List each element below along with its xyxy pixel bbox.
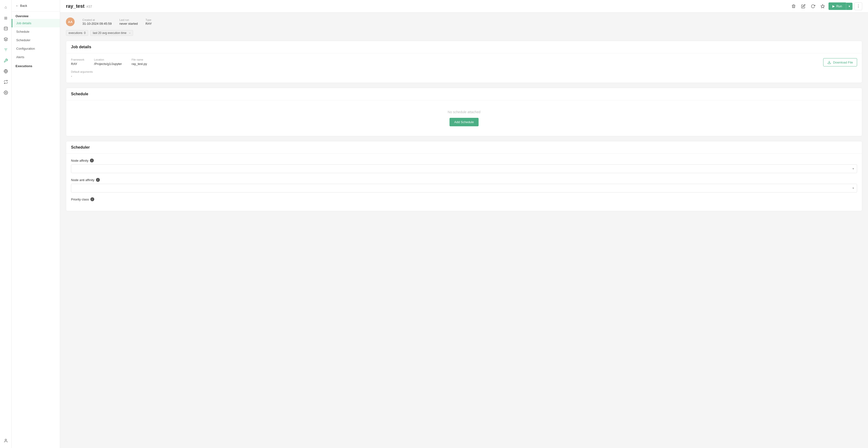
schedule-card: Schedule No schedule attached Add Schedu… [66, 88, 862, 136]
run-dropdown-button[interactable]: ▾ [846, 3, 852, 10]
framework-label: Framework [71, 58, 84, 61]
back-label: Back [20, 4, 27, 7]
file-name-label: File name [131, 58, 147, 61]
executions-filter-count: 0 [84, 31, 86, 35]
filter-icon[interactable] [1, 46, 10, 54]
more-options-button[interactable]: ⋮ [855, 2, 862, 10]
pin-button[interactable] [819, 2, 827, 10]
executions-filter[interactable]: executions 0 [66, 30, 88, 36]
sidebar-item-schedule[interactable]: Schedule [12, 27, 60, 36]
framework-field: Framework RAY [71, 58, 84, 66]
grid-icon[interactable]: ⊞ [1, 13, 10, 22]
svg-point-7 [5, 92, 6, 93]
node-anti-affinity-chevron-icon: ▾ [852, 186, 854, 190]
sidebar-item-job-details[interactable]: Job details [12, 19, 60, 27]
meta-row: AA Created at 31-10-2024 09:45:59 Last r… [66, 18, 862, 26]
flow-icon[interactable] [1, 78, 10, 86]
network-icon[interactable] [1, 67, 10, 76]
scheduler-body: Node affinity i ▾ Node anti affinity i [66, 154, 862, 211]
run-button[interactable]: ▶ Run [829, 2, 846, 10]
icon-sidebar: ⌂ ⊞ [0, 0, 12, 448]
node-affinity-dropdown[interactable]: ▾ [71, 165, 857, 173]
node-affinity-chevron-icon: ▾ [852, 167, 854, 171]
schedule-empty-state: No schedule attached Add Schedule [66, 100, 862, 136]
filter-row: executions 0 last 20 avg execution time … [66, 30, 862, 36]
location-value: /Projects/g1/Jupyter [94, 62, 122, 66]
refresh-button[interactable] [809, 2, 817, 10]
back-arrow-icon: ← [16, 4, 19, 7]
location-label: Location [94, 58, 122, 61]
node-affinity-info-icon[interactable]: i [90, 158, 94, 162]
node-anti-affinity-info-icon[interactable]: i [96, 178, 100, 182]
svg-point-8 [5, 439, 6, 441]
tool-icon[interactable] [1, 56, 10, 65]
location-field: Location /Projects/g1/Jupyter [94, 58, 122, 66]
sidebar-item-configuration[interactable]: Configuration [12, 44, 60, 53]
schedule-title: Schedule [66, 88, 862, 100]
sidebar: ← Back Overview Job details Schedule Sch… [12, 0, 60, 448]
back-button[interactable]: ← Back [12, 0, 60, 12]
settings-icon[interactable] [1, 88, 10, 97]
run-label: Run [836, 4, 842, 8]
main-content: ray_test #37 ▶ Run ▾ [60, 0, 868, 448]
last-run-value: never started [120, 22, 138, 26]
node-anti-affinity-label: Node anti affinity i [71, 178, 857, 182]
scheduler-card: Scheduler Node affinity i ▾ Node anti af… [66, 141, 862, 211]
default-args-label: Default arguments [71, 70, 857, 73]
overview-section-title: Overview [12, 12, 60, 19]
default-args-value: - [71, 74, 857, 78]
run-icon: ▶ [832, 4, 835, 8]
framework-value: RAY [71, 62, 84, 66]
delete-button[interactable] [790, 2, 798, 10]
type-field: Type RAY [146, 19, 152, 26]
job-details-fields: Framework RAY Location /Projects/g1/Jupy… [71, 58, 147, 66]
svg-point-0 [4, 27, 7, 28]
content-area: AA Created at 31-10-2024 09:45:59 Last r… [60, 12, 868, 448]
topbar-actions: ▶ Run ▾ ⋮ [790, 2, 862, 10]
topbar: ray_test #37 ▶ Run ▾ [60, 0, 868, 12]
last-run-label: Last run [120, 19, 138, 21]
sidebar-item-alerts[interactable]: Alerts [12, 53, 60, 61]
priority-class-field: Priority class i [71, 197, 857, 201]
edit-button[interactable] [799, 2, 807, 10]
run-button-group: ▶ Run ▾ [829, 2, 852, 10]
file-name-value: ray_test.py [131, 62, 147, 66]
node-anti-affinity-field: Node anti affinity i ▾ [71, 178, 857, 192]
job-details-card: Job details Framework RAY Location /Proj… [66, 41, 862, 83]
topbar-title: ray_test #37 [66, 3, 92, 9]
created-at-field: Created at 31-10-2024 09:45:59 [83, 19, 112, 26]
schedule-empty-text: No schedule attached [447, 110, 480, 114]
priority-class-info-icon[interactable]: i [90, 197, 94, 201]
database-icon[interactable] [1, 24, 10, 33]
file-name-field: File name ray_test.py [131, 58, 147, 66]
download-file-button[interactable]: Download File [823, 58, 857, 66]
node-affinity-label: Node affinity i [71, 158, 857, 162]
created-at-label: Created at [83, 19, 112, 21]
job-details-title: Job details [66, 41, 862, 53]
default-args-section: Default arguments - [71, 70, 857, 78]
avg-execution-filter[interactable]: last 20 avg execution time - [90, 30, 133, 36]
avg-filter-label: last 20 avg execution time [93, 31, 126, 35]
priority-class-label: Priority class i [71, 197, 857, 201]
home-icon[interactable]: ⌂ [1, 3, 10, 12]
job-id: #37 [87, 5, 92, 8]
type-value: RAY [146, 22, 152, 26]
scheduler-title: Scheduler [66, 141, 862, 154]
user-avatar-icon[interactable] [1, 436, 10, 445]
download-label: Download File [833, 61, 853, 64]
job-details-body: Framework RAY Location /Projects/g1/Jupy… [66, 53, 862, 83]
last-run-field: Last run never started [120, 19, 138, 26]
avatar: AA [66, 18, 74, 26]
add-schedule-button[interactable]: Add Schedule [450, 118, 479, 126]
sidebar-item-scheduler[interactable]: Scheduler [12, 36, 60, 44]
node-anti-affinity-dropdown[interactable]: ▾ [71, 184, 857, 192]
created-at-value: 31-10-2024 09:45:59 [83, 22, 112, 26]
avg-filter-value: - [129, 31, 130, 35]
type-label: Type [146, 19, 152, 21]
run-chevron-icon: ▾ [848, 5, 850, 8]
executions-filter-label: executions [69, 31, 83, 35]
svg-marker-1 [4, 37, 7, 39]
layers-icon[interactable] [1, 35, 10, 43]
executions-section-title: Executions [12, 61, 60, 71]
job-title: ray_test [66, 3, 85, 9]
